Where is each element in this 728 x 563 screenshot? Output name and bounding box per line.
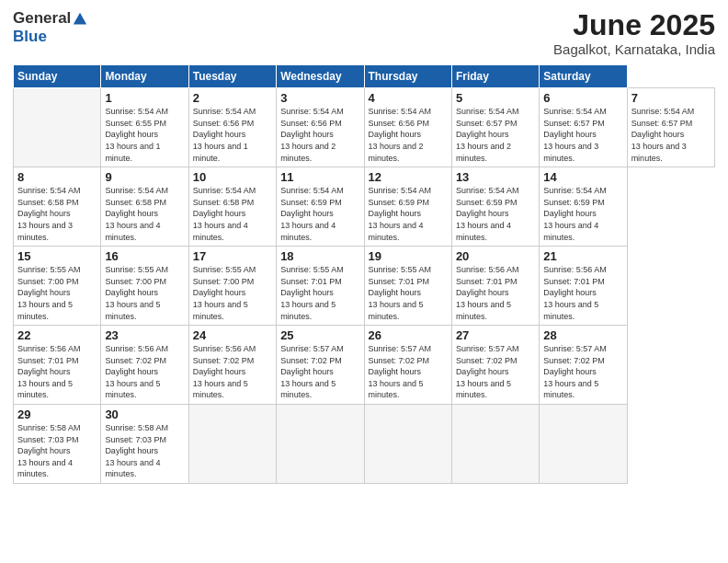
calendar-cell: 11Sunrise: 5:54 AMSunset: 6:59 PMDayligh… [277, 167, 364, 247]
weekday-header-tuesday: Tuesday [188, 65, 276, 88]
calendar-cell [540, 405, 627, 484]
day-number: 6 [543, 91, 622, 105]
calendar-cell: 22Sunrise: 5:56 AMSunset: 7:01 PMDayligh… [14, 326, 101, 405]
day-info: Sunrise: 5:54 AMSunset: 6:58 PMDaylight … [193, 185, 272, 243]
calendar-cell: 2Sunrise: 5:54 AMSunset: 6:56 PMDaylight… [188, 88, 276, 167]
day-number: 19 [369, 249, 448, 263]
calendar-table: SundayMondayTuesdayWednesdayThursdayFrid… [13, 64, 715, 484]
calendar-cell: 29Sunrise: 5:58 AMSunset: 7:03 PMDayligh… [14, 405, 101, 484]
calendar-cell: 16Sunrise: 5:55 AMSunset: 7:00 PMDayligh… [101, 247, 188, 326]
calendar-cell: 26Sunrise: 5:57 AMSunset: 7:02 PMDayligh… [364, 326, 451, 405]
calendar-cell: 15Sunrise: 5:55 AMSunset: 7:00 PMDayligh… [14, 247, 101, 326]
calendar-cell: 10Sunrise: 5:54 AMSunset: 6:58 PMDayligh… [188, 167, 276, 247]
day-info: Sunrise: 5:54 AMSunset: 6:59 PMDaylight … [543, 185, 622, 243]
calendar-cell: 18Sunrise: 5:55 AMSunset: 7:01 PMDayligh… [277, 247, 364, 326]
day-number: 4 [369, 91, 448, 105]
week-row-3: 15Sunrise: 5:55 AMSunset: 7:00 PMDayligh… [14, 247, 715, 326]
day-info: Sunrise: 5:55 AMSunset: 7:01 PMDaylight … [369, 264, 448, 322]
day-number: 5 [456, 91, 535, 105]
day-number: 8 [17, 170, 97, 184]
day-number: 20 [456, 249, 535, 263]
day-info: Sunrise: 5:54 AMSunset: 6:59 PMDaylight … [369, 185, 448, 243]
day-info: Sunrise: 5:56 AMSunset: 7:01 PMDaylight … [17, 343, 97, 401]
day-info: Sunrise: 5:55 AMSunset: 7:00 PMDaylight … [105, 264, 184, 322]
day-number: 1 [105, 91, 184, 105]
calendar-cell: 3Sunrise: 5:54 AMSunset: 6:56 PMDaylight… [277, 88, 364, 167]
calendar-header: SundayMondayTuesdayWednesdayThursdayFrid… [14, 65, 715, 88]
day-number: 22 [17, 328, 97, 342]
calendar-body: 1Sunrise: 5:54 AMSunset: 6:55 PMDaylight… [14, 88, 715, 484]
day-info: Sunrise: 5:54 AMSunset: 6:56 PMDaylight … [280, 106, 359, 164]
day-info: Sunrise: 5:58 AMSunset: 7:03 PMDaylight … [17, 422, 97, 480]
day-number: 10 [193, 170, 272, 184]
day-info: Sunrise: 5:57 AMSunset: 7:02 PMDaylight … [456, 343, 535, 401]
day-info: Sunrise: 5:58 AMSunset: 7:03 PMDaylight … [105, 422, 184, 480]
calendar-cell: 13Sunrise: 5:54 AMSunset: 6:59 PMDayligh… [451, 167, 539, 247]
weekday-row: SundayMondayTuesdayWednesdayThursdayFrid… [14, 65, 715, 88]
day-number: 16 [105, 249, 184, 263]
day-info: Sunrise: 5:54 AMSunset: 6:57 PMDaylight … [543, 106, 622, 164]
calendar-cell: 30Sunrise: 5:58 AMSunset: 7:03 PMDayligh… [101, 405, 188, 484]
calendar-cell: 12Sunrise: 5:54 AMSunset: 6:59 PMDayligh… [364, 167, 451, 247]
calendar-cell: 6Sunrise: 5:54 AMSunset: 6:57 PMDaylight… [540, 88, 627, 167]
calendar-cell [14, 88, 101, 167]
day-number: 17 [193, 249, 272, 263]
day-number: 21 [543, 249, 622, 263]
calendar-cell: 7Sunrise: 5:54 AMSunset: 6:57 PMDaylight… [627, 88, 714, 167]
day-number: 25 [280, 328, 359, 342]
logo: General Blue [13, 9, 88, 45]
day-info: Sunrise: 5:54 AMSunset: 6:57 PMDaylight … [456, 106, 535, 164]
day-info: Sunrise: 5:55 AMSunset: 7:01 PMDaylight … [280, 264, 359, 322]
day-info: Sunrise: 5:54 AMSunset: 6:56 PMDaylight … [193, 106, 272, 164]
calendar-cell: 24Sunrise: 5:56 AMSunset: 7:02 PMDayligh… [188, 326, 276, 405]
weekday-header-saturday: Saturday [540, 65, 627, 88]
day-number: 26 [369, 328, 448, 342]
calendar-cell: 25Sunrise: 5:57 AMSunset: 7:02 PMDayligh… [277, 326, 364, 405]
day-number: 2 [193, 91, 272, 105]
day-number: 9 [105, 170, 184, 184]
weekday-header-wednesday: Wednesday [277, 65, 364, 88]
day-info: Sunrise: 5:56 AMSunset: 7:02 PMDaylight … [105, 343, 184, 401]
day-info: Sunrise: 5:54 AMSunset: 6:55 PMDaylight … [105, 106, 184, 164]
day-number: 24 [193, 328, 272, 342]
week-row-4: 22Sunrise: 5:56 AMSunset: 7:01 PMDayligh… [14, 326, 715, 405]
location-title: Bagalkot, Karnataka, India [553, 41, 715, 57]
weekday-header-thursday: Thursday [364, 65, 451, 88]
day-info: Sunrise: 5:54 AMSunset: 6:56 PMDaylight … [369, 106, 448, 164]
calendar-cell: 23Sunrise: 5:56 AMSunset: 7:02 PMDayligh… [101, 326, 188, 405]
calendar-cell: 8Sunrise: 5:54 AMSunset: 6:58 PMDaylight… [14, 167, 101, 247]
calendar-cell: 19Sunrise: 5:55 AMSunset: 7:01 PMDayligh… [364, 247, 451, 326]
day-number: 7 [631, 91, 711, 105]
calendar-cell: 17Sunrise: 5:55 AMSunset: 7:00 PMDayligh… [188, 247, 276, 326]
header: General Blue June 2025 Bagalkot, Karnata… [13, 9, 715, 57]
day-info: Sunrise: 5:54 AMSunset: 6:57 PMDaylight … [631, 106, 711, 164]
day-number: 13 [456, 170, 535, 184]
calendar-cell: 14Sunrise: 5:54 AMSunset: 6:59 PMDayligh… [540, 167, 627, 247]
day-number: 28 [543, 328, 622, 342]
day-number: 14 [543, 170, 622, 184]
title-block: June 2025 Bagalkot, Karnataka, India [553, 9, 715, 57]
calendar-cell: 27Sunrise: 5:57 AMSunset: 7:02 PMDayligh… [451, 326, 539, 405]
calendar-cell [364, 405, 451, 484]
day-info: Sunrise: 5:55 AMSunset: 7:00 PMDaylight … [193, 264, 272, 322]
day-info: Sunrise: 5:54 AMSunset: 6:58 PMDaylight … [105, 185, 184, 243]
weekday-header-sunday: Sunday [14, 65, 101, 88]
day-info: Sunrise: 5:54 AMSunset: 6:58 PMDaylight … [17, 185, 97, 243]
month-title: June 2025 [553, 9, 715, 41]
calendar-page: General Blue June 2025 Bagalkot, Karnata… [0, 0, 728, 563]
day-number: 23 [105, 328, 184, 342]
day-number: 12 [369, 170, 448, 184]
day-info: Sunrise: 5:56 AMSunset: 7:02 PMDaylight … [193, 343, 272, 401]
calendar-cell [451, 405, 539, 484]
day-info: Sunrise: 5:56 AMSunset: 7:01 PMDaylight … [456, 264, 535, 322]
calendar-cell: 9Sunrise: 5:54 AMSunset: 6:58 PMDaylight… [101, 167, 188, 247]
day-info: Sunrise: 5:57 AMSunset: 7:02 PMDaylight … [280, 343, 359, 401]
calendar-cell: 28Sunrise: 5:57 AMSunset: 7:02 PMDayligh… [540, 326, 627, 405]
calendar-cell: 1Sunrise: 5:54 AMSunset: 6:55 PMDaylight… [101, 88, 188, 167]
calendar-cell: 4Sunrise: 5:54 AMSunset: 6:56 PMDaylight… [364, 88, 451, 167]
week-row-1: 1Sunrise: 5:54 AMSunset: 6:55 PMDaylight… [14, 88, 715, 167]
week-row-5: 29Sunrise: 5:58 AMSunset: 7:03 PMDayligh… [14, 405, 715, 484]
weekday-header-friday: Friday [451, 65, 539, 88]
week-row-2: 8Sunrise: 5:54 AMSunset: 6:58 PMDaylight… [14, 167, 715, 247]
day-number: 15 [17, 249, 97, 263]
